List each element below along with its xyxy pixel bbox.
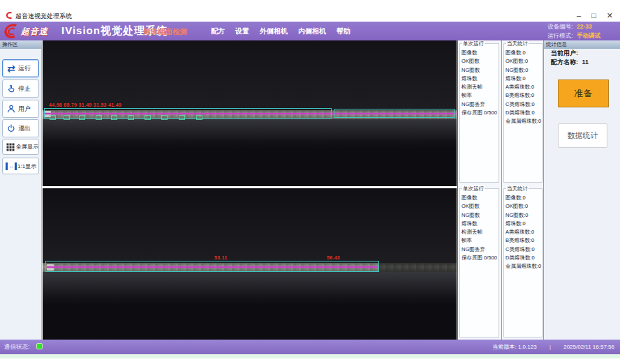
exit-button[interactable]: 退出 xyxy=(2,119,39,137)
version-value: 1.0.123 xyxy=(518,344,537,350)
device-number-label: 设备编号: xyxy=(547,23,575,30)
exit-button-label: 退出 xyxy=(18,124,31,133)
user-button[interactable]: 用户 xyxy=(2,100,39,118)
stat-row: 熔珠数:0 xyxy=(505,75,542,83)
comm-status-label: 通信状态: xyxy=(4,343,29,351)
camera-view-top: 44.98 85.79 31.49 31.53 41.49 xyxy=(43,40,457,186)
menu-item-inner-camera[interactable]: 内侧相机 xyxy=(298,26,326,36)
camera-bottom-background xyxy=(43,188,457,263)
stat-row: D类熔珠数:0 xyxy=(505,109,542,117)
run-mode-row: 运行模式: 手动调试 xyxy=(547,31,600,40)
ready-button[interactable]: 准备 xyxy=(558,79,609,107)
daily-stats-group-top: 当天统计 图像数:0OK图数:0NG图数:0熔珠数:0A类熔珠数:0B类熔珠数:… xyxy=(503,43,542,183)
menu-item-settings[interactable]: 设置 xyxy=(235,26,249,36)
single-run-title: 单次运行 xyxy=(462,185,485,192)
app-header: 超音速 IVision视觉处理系统 熔珠端面检测 配方 设置 外侧相机 内侧相机… xyxy=(0,22,620,40)
app-logo-icon xyxy=(5,11,13,20)
close-button[interactable]: ✕ xyxy=(607,10,613,20)
camera-view-bottom: 53.11 56.43 xyxy=(43,188,457,340)
stat-row: NG图丢弃 xyxy=(462,100,499,109)
stat-row: OK图数 xyxy=(462,57,499,66)
stat-row: 帧率 xyxy=(462,91,499,100)
stat-row: 检测丢帧 xyxy=(462,83,499,91)
detection-box-overlay xyxy=(45,261,379,272)
bead-marker-box xyxy=(161,115,168,120)
stat-row: 图像数:0 xyxy=(505,194,542,202)
stat-row: 检测丢帧 xyxy=(462,228,499,236)
daily-stats-title: 当天统计 xyxy=(506,40,529,47)
app-subtitle: 熔珠端面检测 xyxy=(143,27,187,37)
bead-marker-box xyxy=(50,115,56,120)
stat-row: OK图数:0 xyxy=(505,57,542,66)
stat-row: A类熔珠数:0 xyxy=(505,83,542,91)
stat-row: 金属屑熔珠数:0 xyxy=(505,262,542,271)
camera-top-glow xyxy=(43,119,457,149)
bead-marker-box xyxy=(128,115,134,120)
stop-button-label: 停止 xyxy=(18,84,31,93)
operation-sidebar: 操作区 ⇄ 运行 停止 用户 xyxy=(0,40,42,340)
stop-button[interactable]: 停止 xyxy=(2,79,39,98)
daily-stats-group-bottom: 当天统计 图像数:0OK图数:0NG图数:0熔珠数:0A类熔珠数:0B类熔珠数:… xyxy=(503,188,542,338)
measurement-annotation: 56.43 xyxy=(327,255,340,260)
single-run-rows: 图像数OK图数NG图数熔珠数检测丢帧帧率NG图丢弃保存原图 0/500 xyxy=(460,44,499,117)
bead-marker-box xyxy=(145,115,151,120)
measurement-annotation: 44.98 85.79 31.49 31.53 41.49 xyxy=(49,103,121,107)
bead-marker-box xyxy=(111,115,117,120)
stat-row: C类熔珠数:0 xyxy=(505,100,542,109)
menu-item-help[interactable]: 帮助 xyxy=(337,26,350,36)
status-bar: 通信状态: 当前版本: 1.0.123 | 2025/02/11 16:57:5… xyxy=(0,340,620,354)
device-info: 设备编号: 22-33 运行模式: 手动调试 xyxy=(547,22,600,40)
menu-bar: 配方 设置 外侧相机 内侧相机 帮助 xyxy=(211,26,350,36)
run-mode-value: 手动调试 xyxy=(577,32,600,39)
version-info: 当前版本: 1.0.123 | 2025/02/11 16:57:56 xyxy=(492,343,614,351)
detection-box-overlay xyxy=(334,109,455,118)
menu-item-recipe[interactable]: 配方 xyxy=(211,26,225,36)
camera-top-background xyxy=(43,40,457,110)
hand-stop-icon xyxy=(6,84,17,93)
window-titlebar: 超音速视觉处理系统 – □ ✕ xyxy=(0,10,620,22)
stat-row: B类熔珠数:0 xyxy=(505,91,542,100)
camera-bottom-glow xyxy=(43,272,457,305)
bottom-strip xyxy=(0,354,620,358)
measurement-annotation: 53.11 xyxy=(214,255,228,260)
stat-row: NG图数:0 xyxy=(505,66,542,75)
daily-stats-rows: 图像数:0OK图数:0NG图数:0熔珠数:0A类熔珠数:0B类熔珠数:0C类熔珠… xyxy=(504,44,542,126)
stat-row: NG图数 xyxy=(462,211,499,220)
window-title: 超音速视觉处理系统 xyxy=(15,12,72,21)
statistics-panel: 单次运行 图像数OK图数NG图数熔珠数检测丢帧帧率NG图丢弃保存原图 0/500… xyxy=(457,40,543,340)
column-divider xyxy=(501,40,502,340)
stat-row: 熔珠数 xyxy=(462,75,499,83)
current-user-label: 当前用户: xyxy=(551,50,578,56)
single-run-group-bottom: 单次运行 图像数OK图数NG图数熔珠数检测丢帧帧率NG图丢弃保存原图 0/500 xyxy=(459,188,499,338)
run-button[interactable]: ⇄ 运行 xyxy=(2,59,39,77)
stat-row: OK图数 xyxy=(462,202,499,211)
stat-row: NG图数:0 xyxy=(505,211,542,220)
data-statistics-button[interactable]: 数据统计 xyxy=(558,123,607,148)
menu-item-outer-camera[interactable]: 外侧相机 xyxy=(260,26,288,36)
brand-logo-icon xyxy=(2,23,20,39)
fullscreen-grid-icon xyxy=(6,143,15,151)
separator: | xyxy=(549,344,551,350)
stat-row: D类熔珠数:0 xyxy=(505,254,542,262)
device-number-row: 设备编号: 22-33 xyxy=(547,22,600,31)
stat-row: 熔珠数:0 xyxy=(505,220,542,228)
fullscreen-button[interactable]: 全屏显示 xyxy=(2,139,39,155)
stat-row: 图像数 xyxy=(462,194,499,202)
stat-row: 金属屑熔珠数:0 xyxy=(505,117,542,126)
stat-row: 图像数:0 xyxy=(505,49,542,57)
daily-stats-rows: 图像数:0OK图数:0NG图数:0熔珠数:0A类熔珠数:0B类熔珠数:0C类熔珠… xyxy=(504,189,542,271)
single-run-rows: 图像数OK图数NG图数熔珠数检测丢帧帧率NG图丢弃保存原图 0/500 xyxy=(460,189,499,262)
brand-name: 超音速 xyxy=(21,26,48,38)
one-to-one-icon: ↔ xyxy=(6,162,17,170)
single-run-title: 单次运行 xyxy=(462,40,485,47)
recipe-name-label: 配方名称: xyxy=(551,59,580,66)
device-number-value: 22-33 xyxy=(577,23,592,30)
one-to-one-button[interactable]: ↔ 1:1显示 xyxy=(2,158,39,174)
bead-marker-box xyxy=(179,115,185,120)
minimize-button[interactable]: – xyxy=(577,10,581,20)
maximize-button[interactable]: □ xyxy=(591,10,596,20)
bead-marker-box xyxy=(196,115,202,120)
user-icon xyxy=(6,104,17,114)
strip-dim-region xyxy=(379,263,457,272)
run-mode-label: 运行模式: xyxy=(547,32,575,39)
